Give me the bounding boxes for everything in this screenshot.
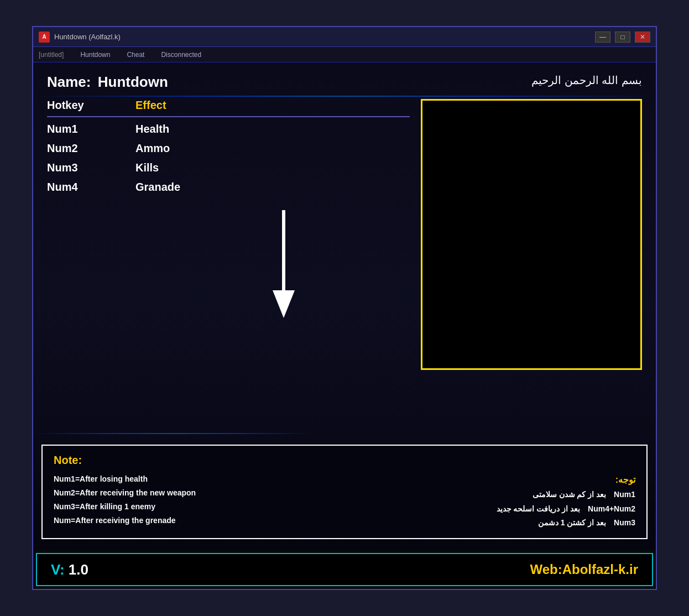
note-en-4: Num=After receiving the grenade (54, 514, 486, 528)
hotkey-num4: Num4 (47, 181, 135, 194)
table-row: Num2 Ammo (47, 142, 410, 155)
note-fa-2-key: Num4+Num2 (588, 504, 635, 513)
window-title: Huntdown (Aolfazl.k) (54, 33, 595, 41)
hotkey-num1: Num1 (47, 123, 135, 135)
note-fa-1-text: بعد از کم شدن سلامتی (533, 490, 607, 499)
note-fa-2-text: بعد از دریافت اسلحه جدید (497, 504, 581, 513)
game-name: Name: Huntdown (47, 74, 168, 91)
hotkey-num3: Num3 (47, 161, 135, 174)
hotkey-col-header: Hotkey (47, 99, 135, 112)
version-label: V: (51, 561, 65, 578)
table-row: Num3 Kills (47, 161, 410, 174)
main-content: Name: Huntdown بسم الله الرحمن الرحيم Ho… (33, 62, 656, 550)
glow-line-top (33, 96, 656, 97)
table-header: Hotkey Effect (47, 99, 410, 117)
close-button[interactable]: ✕ (635, 32, 650, 43)
note-fa-3-text: بعد از کشتن 1 دشمن (538, 518, 606, 527)
window-controls: — □ ✕ (595, 32, 650, 43)
note-right: توجه: Num1 بعد از کم شدن سلامتی Num4+Num… (497, 472, 635, 530)
name-label: Name: (47, 74, 91, 90)
table-row: Num1 Health (47, 123, 410, 135)
titlebar: A Huntdown (Aolfazl.k) — □ ✕ (33, 27, 656, 47)
main-window: A Huntdown (Aolfazl.k) — □ ✕ [untitled] … (32, 26, 657, 590)
effect-kills: Kills (135, 161, 159, 174)
note-en-1: Num1=After losing health (54, 472, 486, 486)
note-title: Note: (54, 454, 635, 467)
effect-health: Health (135, 123, 169, 135)
nav-item-1[interactable]: [untitled] (39, 51, 64, 59)
version-text: V: 1.0 (51, 561, 88, 578)
note-fa-1: Num1 بعد از کم شدن سلامتی (497, 488, 635, 502)
website-text: Web:Abolfazl-k.ir (530, 562, 638, 577)
note-fa-3: Num3 بعد از کشتن 1 دشمن (497, 516, 635, 530)
effect-ammo: Ammo (135, 142, 170, 155)
svg-marker-1 (273, 290, 295, 318)
nav-item-3[interactable]: Cheat (127, 51, 144, 59)
nav-item-4[interactable]: Disconnected (161, 51, 201, 59)
effect-granade: Granade (135, 181, 180, 194)
hotkey-num2: Num2 (47, 142, 135, 155)
maximize-button[interactable]: □ (615, 32, 630, 43)
app-icon: A (39, 32, 50, 43)
note-left: Num1=After losing health Num2=After rece… (54, 472, 486, 530)
header-row: Name: Huntdown بسم الله الرحمن الرحيم (47, 74, 642, 91)
note-en-2: Num2=After receiving the new weapon (54, 486, 486, 500)
note-fa-1-key: Num1 (614, 490, 635, 499)
effect-col-header: Effect (135, 99, 166, 112)
image-box (421, 99, 642, 370)
arabic-header: بسم الله الرحمن الرحيم (531, 74, 642, 87)
nav-bar: [untitled] Huntdown Cheat Disconnected (33, 47, 656, 62)
note-fa-title: توجه: (497, 472, 635, 488)
table-row: Num4 Granade (47, 181, 410, 194)
note-en-3: Num3=After killing 1 enemy (54, 500, 486, 514)
name-value: Huntdown (98, 74, 168, 90)
left-panel: Hotkey Effect Num1 Health Num2 Ammo Num3… (47, 99, 410, 436)
arrow-container (158, 210, 410, 321)
right-panel (421, 99, 642, 436)
note-fa-2: Num4+Num2 بعد از دریافت اسلحه جدید (497, 502, 635, 516)
nav-item-2[interactable]: Huntdown (80, 51, 110, 59)
minimize-button[interactable]: — (595, 32, 610, 43)
glow-line-bottom (33, 433, 313, 434)
down-arrow-icon (270, 210, 297, 321)
note-fa-3-key: Num3 (614, 518, 635, 527)
footer-bar: V: 1.0 Web:Abolfazl-k.ir (36, 553, 653, 586)
note-box: Note: Num1=After losing health Num2=Afte… (41, 445, 648, 539)
version-value: 1.0 (69, 561, 88, 578)
content-area: Hotkey Effect Num1 Health Num2 Ammo Num3… (47, 99, 642, 436)
note-content: Num1=After losing health Num2=After rece… (54, 472, 635, 530)
